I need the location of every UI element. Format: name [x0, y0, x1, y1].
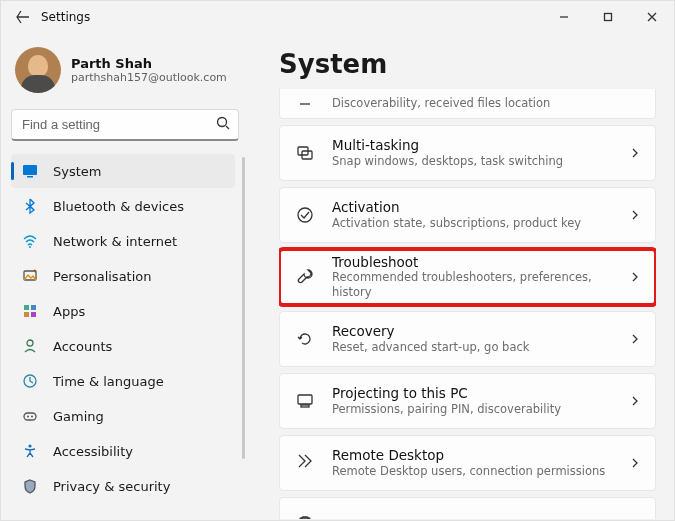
sidebar-item-label: Personalisation — [53, 269, 152, 284]
card-title: Recovery — [332, 323, 629, 339]
sidebar-item-label: Apps — [53, 304, 85, 319]
sidebar-item-label: System — [53, 164, 101, 179]
card-nearby-sharing[interactable]: Discoverability, received files location — [279, 89, 656, 119]
sidebar-item-label: Gaming — [53, 409, 104, 424]
system-icon — [21, 162, 39, 180]
svg-point-10 — [27, 340, 33, 346]
accessibility-icon — [21, 442, 39, 460]
sidebar-scrollbar[interactable] — [242, 157, 245, 459]
search-box[interactable] — [11, 109, 239, 141]
network-icon — [21, 232, 39, 250]
sidebar-item-apps[interactable]: Apps — [11, 294, 235, 328]
window-title: Settings — [41, 10, 90, 24]
card-activation[interactable]: ActivationActivation state, subscription… — [279, 187, 656, 243]
sidebar-item-label: Accessibility — [53, 444, 133, 459]
multitasking-icon — [294, 142, 316, 164]
sidebar-item-label: Accounts — [53, 339, 112, 354]
activation-icon — [294, 204, 316, 226]
card-title: Projecting to this PC — [332, 385, 629, 401]
svg-rect-9 — [31, 312, 36, 317]
card-sub: Remote Desktop users, connection permiss… — [332, 464, 629, 479]
svg-point-14 — [31, 416, 33, 418]
card-title: Clipboard — [332, 517, 629, 519]
close-button[interactable] — [630, 1, 674, 33]
sidebar-item-label: Privacy & security — [53, 479, 170, 494]
gaming-icon — [21, 407, 39, 425]
card-sub: Discoverability, received files location — [332, 96, 641, 111]
svg-rect-3 — [27, 176, 33, 178]
dash-icon — [294, 93, 316, 115]
card-title: Multi-tasking — [332, 137, 629, 153]
troubleshoot-icon — [294, 266, 316, 288]
svg-rect-12 — [24, 413, 36, 420]
sidebar-item-system[interactable]: System — [11, 154, 235, 188]
card-title: Troubleshoot — [332, 254, 629, 270]
maximize-button[interactable] — [586, 1, 630, 33]
svg-point-15 — [28, 444, 31, 447]
card-sub: Reset, advanced start-up, go back — [332, 340, 629, 355]
chevron-right-icon — [629, 268, 641, 287]
svg-rect-6 — [24, 305, 29, 310]
accounts-icon — [21, 337, 39, 355]
card-multitasking[interactable]: Multi-taskingSnap windows, desktops, tas… — [279, 125, 656, 181]
card-recovery[interactable]: RecoveryReset, advanced start-up, go bac… — [279, 311, 656, 367]
search-icon — [216, 115, 230, 134]
sidebar-item-label: Time & language — [53, 374, 164, 389]
svg-rect-8 — [24, 312, 29, 317]
svg-point-18 — [298, 208, 312, 222]
apps-icon — [21, 302, 39, 320]
card-sub: Snap windows, desktops, task switching — [332, 154, 629, 169]
svg-rect-19 — [298, 395, 312, 404]
sidebar-item-network[interactable]: Network & internet — [11, 224, 235, 258]
nav-list: System Bluetooth & devices Network & int… — [9, 153, 243, 504]
card-sub: Recommended troubleshooters, preferences… — [332, 270, 629, 300]
search-input[interactable] — [20, 116, 216, 133]
chevron-right-icon — [629, 206, 641, 225]
profile-email: parthshah157@outlook.com — [71, 71, 227, 84]
sidebar-item-gaming[interactable]: Gaming — [11, 399, 235, 433]
main-content: System Discoverability, received files l… — [249, 33, 674, 520]
sidebar-item-label: Network & internet — [53, 234, 177, 249]
svg-point-4 — [29, 246, 31, 248]
title-bar: Settings — [1, 1, 674, 33]
chevron-right-icon — [629, 330, 641, 349]
sidebar: Parth Shah parthshah157@outlook.com Syst… — [1, 33, 249, 520]
chevron-right-icon — [629, 516, 641, 520]
card-sub: Activation state, subscriptions, product… — [332, 216, 629, 231]
sidebar-item-time[interactable]: Time & language — [11, 364, 235, 398]
projecting-icon — [294, 390, 316, 412]
chevron-right-icon — [629, 144, 641, 163]
personalisation-icon — [21, 267, 39, 285]
sidebar-item-personalisation[interactable]: Personalisation — [11, 259, 235, 293]
sidebar-item-label: Bluetooth & devices — [53, 199, 184, 214]
sidebar-item-bluetooth[interactable]: Bluetooth & devices — [11, 189, 235, 223]
card-title: Activation — [332, 199, 629, 215]
svg-rect-20 — [301, 405, 309, 407]
card-sub: Permissions, pairing PIN, discoverabilit… — [332, 402, 629, 417]
avatar — [15, 47, 61, 93]
profile[interactable]: Parth Shah parthshah157@outlook.com — [9, 41, 249, 103]
svg-point-13 — [27, 416, 29, 418]
card-title: Remote Desktop — [332, 447, 629, 463]
card-projecting[interactable]: Projecting to this PCPermissions, pairin… — [279, 373, 656, 429]
privacy-icon — [21, 477, 39, 495]
card-troubleshoot[interactable]: TroubleshootRecommended troubleshooters,… — [279, 249, 656, 305]
svg-rect-2 — [23, 165, 37, 175]
back-button[interactable] — [9, 3, 37, 31]
chevron-right-icon — [629, 392, 641, 411]
sidebar-item-accessibility[interactable]: Accessibility — [11, 434, 235, 468]
profile-name: Parth Shah — [71, 56, 227, 71]
page-title: System — [279, 49, 656, 79]
remote-desktop-icon — [294, 452, 316, 474]
minimize-button[interactable] — [542, 1, 586, 33]
bluetooth-icon — [21, 197, 39, 215]
svg-point-1 — [218, 118, 227, 127]
sidebar-item-privacy[interactable]: Privacy & security — [11, 469, 235, 503]
recovery-icon — [294, 328, 316, 350]
chevron-right-icon — [629, 454, 641, 473]
time-icon — [21, 372, 39, 390]
card-clipboard[interactable]: Clipboard — [279, 497, 656, 519]
card-remote-desktop[interactable]: Remote DesktopRemote Desktop users, conn… — [279, 435, 656, 491]
sidebar-item-accounts[interactable]: Accounts — [11, 329, 235, 363]
svg-rect-7 — [31, 305, 36, 310]
